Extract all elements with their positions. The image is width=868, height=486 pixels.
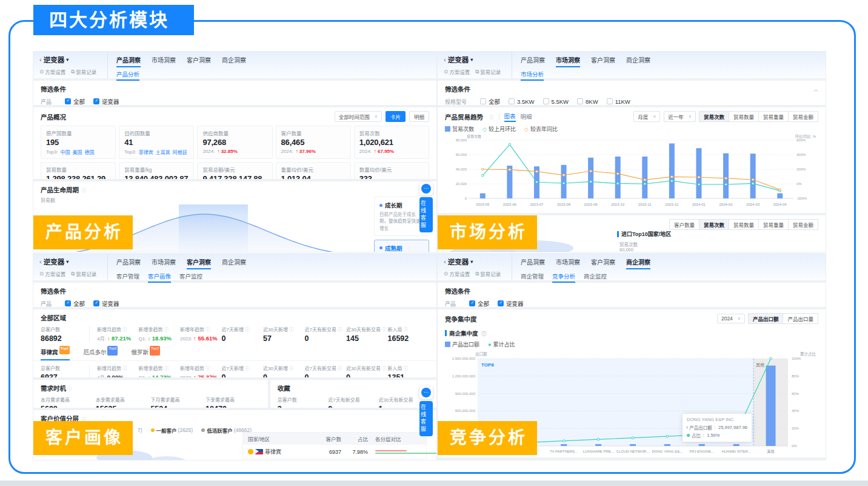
tab-客户洞察[interactable]: 客户洞察 xyxy=(591,55,615,67)
tab-市场洞察[interactable]: 市场洞察 xyxy=(556,257,580,269)
top3-link-中国[interactable]: 中国 xyxy=(61,149,70,155)
product-selector[interactable]: ‹ 逆变器 ▾ xyxy=(39,55,107,64)
tab-市场洞察[interactable]: 市场洞察 xyxy=(152,257,176,269)
top3-link-德国[interactable]: 德国 xyxy=(85,149,95,155)
tab-市场洞察[interactable]: 市场洞察 xyxy=(556,55,580,67)
region-tab-菲律宾[interactable]: 菲律宾Top1 xyxy=(41,348,70,360)
checkbox-3.5KW[interactable]: 3.5KW xyxy=(509,97,535,105)
online-service-widget[interactable]: ⋯ 在线客服 xyxy=(419,182,433,232)
metric-button-贸易金额[interactable]: 贸易金额 xyxy=(788,111,818,122)
legend-贸易次数[interactable]: 贸易次数 xyxy=(445,125,474,133)
kv-label: 下季需求最高 xyxy=(205,396,261,403)
checkbox-8KW[interactable]: 8KW xyxy=(577,97,598,105)
chat-icon: ⋯ xyxy=(421,388,431,397)
metric-button-贸易重量[interactable]: 贸易重量 xyxy=(758,111,789,122)
top3-link-阿根廷[interactable]: 阿根廷 xyxy=(173,149,187,155)
metric-button-产品出口额[interactable]: 产品出口额 xyxy=(748,313,784,324)
tab-客户洞察[interactable]: 客户洞察 xyxy=(187,55,211,67)
checkbox-逆变器[interactable]: 逆变器 xyxy=(93,97,119,105)
checkbox-全部[interactable]: 全部 xyxy=(65,299,85,307)
legend-较去年同比[interactable]: ◇较去年同比 xyxy=(524,125,558,133)
checkbox-11KW[interactable]: 11KW xyxy=(607,97,630,105)
subtab-市场分析[interactable]: 市场分析 xyxy=(521,70,544,81)
stage-card-成熟期[interactable]: 成熟期目前产品处于成熟期，整体趋势呈平稳增长 xyxy=(374,240,429,252)
tab-产品洞察[interactable]: 产品洞察 xyxy=(521,257,545,269)
scheme-settings-link[interactable]: ⊙方案设置 xyxy=(39,270,65,277)
back-icon[interactable]: ‹ xyxy=(444,56,446,63)
time-range-select[interactable]: 全部时间范围∨ xyxy=(335,111,382,122)
stat-value: 9,417,328,147.88 xyxy=(202,174,267,179)
metric-button-贸易数量[interactable]: 贸易数量 xyxy=(729,219,759,230)
online-service-label[interactable]: 在线客服 xyxy=(419,401,433,436)
product-selector[interactable]: ‹ 逆变器 ▾ xyxy=(39,257,107,266)
checkbox-逆变器[interactable]: 逆变器 xyxy=(93,299,119,307)
checkbox-逆变器[interactable]: 逆变器 xyxy=(498,299,524,307)
metric-button-客户数量[interactable]: 客户数量 xyxy=(669,219,699,230)
table-row[interactable]: 菲律宾69377.98% xyxy=(243,445,426,459)
records-icon: ⧉ xyxy=(71,271,75,277)
top3-link-美国[interactable]: 美国 xyxy=(73,149,82,155)
chat-bubble[interactable]: ⋯ xyxy=(419,386,433,399)
checkbox-全部[interactable]: 全部 xyxy=(480,97,500,105)
metric-button-贸易次数[interactable]: 贸易次数 xyxy=(699,111,729,122)
range-select[interactable]: 近一年∨ xyxy=(664,111,696,122)
checkbox-全部[interactable]: 全部 xyxy=(65,97,85,105)
stat-label: 贸易数量 xyxy=(46,166,110,173)
metric-button-贸易数量[interactable]: 贸易数量 xyxy=(729,111,759,122)
scheme-settings-link[interactable]: ⊙方案设置 xyxy=(39,68,65,75)
scheme-settings-link[interactable]: ⊙方案设置 xyxy=(444,270,470,277)
metric-button-贸易金额[interactable]: 贸易金额 xyxy=(788,219,818,230)
tab-客户洞察[interactable]: 客户洞察 xyxy=(591,257,615,269)
view-card-button[interactable]: 卡片 xyxy=(386,111,406,122)
online-service-widget[interactable]: ⋯ 在线客服 xyxy=(419,386,433,436)
top3-link-菲律宾[interactable]: 菲律宾 xyxy=(139,149,153,155)
scheme-settings-link[interactable]: ⊙方案设置 xyxy=(444,68,470,75)
subtab-竞争分析[interactable]: 竞争分析 xyxy=(552,272,575,283)
tab-商企洞察[interactable]: 商企洞察 xyxy=(222,55,246,67)
back-icon[interactable]: ‹ xyxy=(39,56,42,63)
tab-商企洞察[interactable]: 商企洞察 xyxy=(626,257,650,269)
view-detail-button[interactable]: 明细 xyxy=(409,111,429,122)
legend-累计占比[interactable]: ●累计占比 xyxy=(488,340,515,348)
tab-客户洞察[interactable]: 客户洞察 xyxy=(187,257,211,269)
period-select[interactable]: 月度∨ xyxy=(633,111,660,122)
metric-button-贸易重量[interactable]: 贸易重量 xyxy=(758,219,789,230)
online-service-label[interactable]: 在线客服 xyxy=(419,197,433,232)
tab-产品洞察[interactable]: 产品洞察 xyxy=(116,55,141,67)
subtab-商企监控[interactable]: 商企监控 xyxy=(584,272,607,283)
checkbox-5.5KW[interactable]: 5.5KW xyxy=(543,97,569,105)
trade-records-link[interactable]: ⧉贸易记录 xyxy=(71,270,96,277)
stat-label: 新入局ⓘ xyxy=(388,365,427,371)
metric-button-贸易次数[interactable]: 贸易次数 xyxy=(699,219,729,230)
chat-bubble[interactable]: ⋯ xyxy=(419,182,433,195)
tab-产品洞察[interactable]: 产品洞察 xyxy=(116,257,141,269)
trade-records-link[interactable]: ⧉贸易记录 xyxy=(475,270,501,277)
metric-button-产品出口量[interactable]: 产品出口量 xyxy=(783,313,818,324)
subtab-产品分析[interactable]: 产品分析 xyxy=(116,70,139,81)
tab-市场洞察[interactable]: 市场洞察 xyxy=(152,55,176,67)
subtab-客户管理[interactable]: 客户管理 xyxy=(116,272,139,283)
view-tab-detail[interactable]: 明细 xyxy=(521,112,532,121)
region-tab-俄罗斯[interactable]: 俄罗斯Top3 xyxy=(131,348,160,360)
legend-较上月环比[interactable]: ◇较上月环比 xyxy=(482,125,516,133)
top3-link-土耳其[interactable]: 土耳其 xyxy=(156,149,170,155)
legend-产品出口额[interactable]: 产品出口额 xyxy=(445,340,479,348)
tab-产品洞察[interactable]: 产品洞察 xyxy=(521,55,545,67)
subtab-商企管理[interactable]: 商企管理 xyxy=(521,272,544,283)
subtab-客户画像[interactable]: 客户画像 xyxy=(148,272,171,283)
product-selector[interactable]: ‹ 逆变器 ▾ xyxy=(444,257,512,266)
view-tab-chart[interactable]: 图表 xyxy=(504,112,516,122)
legend-一般客户[interactable]: 一般客户(2625) xyxy=(151,427,193,434)
back-icon[interactable]: ‹ xyxy=(39,258,42,265)
year-select[interactable]: 2024∨ xyxy=(717,314,745,323)
tab-商企洞察[interactable]: 商企洞察 xyxy=(626,55,650,67)
trade-records-link[interactable]: ⧉贸易记录 xyxy=(71,68,96,75)
back-icon[interactable]: ‹ xyxy=(444,258,446,265)
tab-商企洞察[interactable]: 商企洞察 xyxy=(222,257,246,269)
product-selector[interactable]: ‹ 逆变器 ▾ xyxy=(444,55,512,64)
region-tab-厄瓜多尔[interactable]: 厄瓜多尔Top2 xyxy=(83,348,118,360)
checkbox-全部[interactable]: 全部 xyxy=(469,299,489,307)
trade-records-link[interactable]: ⧉贸易记录 xyxy=(475,68,501,75)
filter-collapse-icon[interactable]: ︿ xyxy=(813,86,818,92)
subtab-客户监控[interactable]: 客户监控 xyxy=(179,272,202,283)
